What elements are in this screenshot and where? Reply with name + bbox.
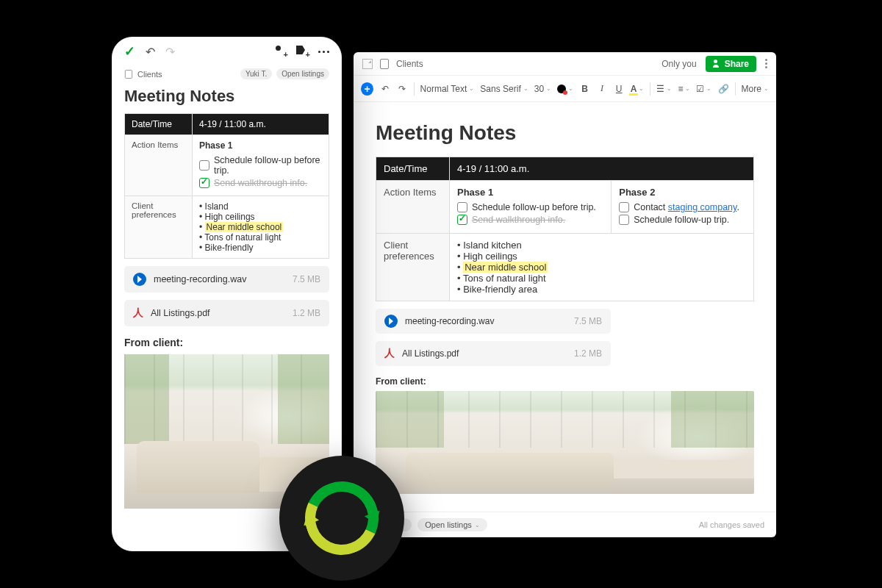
attachment-pdf[interactable]: 人 All Listings.pdf 1.2 MB <box>124 300 329 326</box>
desktop-note-window: Clients Only you Share + ↶ ↷ Normal Text… <box>354 52 776 537</box>
td-phase2[interactable]: Phase 2 Contact staging company. Schedul… <box>612 181 754 234</box>
th-prefs: Client preferences <box>376 234 450 301</box>
underline-icon[interactable]: U <box>614 83 625 95</box>
save-status: All changes saved <box>699 520 764 529</box>
td-prefs[interactable]: Island kitchen High ceilings Near middle… <box>450 234 754 301</box>
bold-icon[interactable]: B <box>579 83 590 95</box>
mobile-topbar: ✓ ↶ ↷ <box>112 37 341 65</box>
person-plus-icon <box>713 60 721 68</box>
task-text: Schedule follow-up trip. <box>634 215 729 225</box>
note-body[interactable]: Meeting Notes Date/Time 4-19 / 11:00 a.m… <box>354 102 776 512</box>
checkbox-checked[interactable] <box>457 215 467 225</box>
redo-icon[interactable]: ↷ <box>165 45 175 59</box>
more-menu-icon[interactable] <box>318 51 329 53</box>
attachment-audio[interactable]: meeting-recording.wav 7.5 MB <box>376 309 611 334</box>
bullet-list-icon: ☰ <box>656 84 664 94</box>
th-actions: Action Items <box>376 181 450 234</box>
checkbox[interactable] <box>619 215 629 225</box>
phase1-title: Phase 1 <box>457 187 603 198</box>
play-icon[interactable] <box>384 315 398 328</box>
td-phase1[interactable]: Phase 1 Schedule follow-up before trip. … <box>193 135 329 196</box>
numbered-list-icon: ≡ <box>678 84 683 94</box>
note-body[interactable]: Meeting Notes Date/Time 4-19 / 11:00 a.m… <box>112 87 341 509</box>
note-title[interactable]: Meeting Notes <box>376 121 754 145</box>
th-prefs: Client preferences <box>125 196 193 259</box>
undo-icon[interactable]: ↶ <box>146 45 155 59</box>
td-phase1[interactable]: Phase 1 Schedule follow-up before trip. … <box>450 181 612 234</box>
task-text-done: Send walkthrough info. <box>214 178 307 188</box>
attachment-audio[interactable]: meeting-recording.wav 7.5 MB <box>124 266 329 293</box>
checkbox[interactable] <box>457 202 467 212</box>
td-prefs[interactable]: Island High ceilings Near middle school … <box>193 196 329 259</box>
paragraph-style-dropdown[interactable]: Normal Text⌄ <box>420 84 475 94</box>
staging-link[interactable]: staging company <box>668 202 737 212</box>
pref-item: Island kitchen <box>457 240 746 251</box>
redo-icon[interactable]: ↷ <box>396 83 407 95</box>
attachment-size: 1.2 MB <box>574 348 602 359</box>
task-text: Contact staging company. <box>634 202 739 212</box>
attachment-size: 7.5 MB <box>293 274 320 284</box>
pref-item: Tons of natural light <box>199 232 322 243</box>
pdf-icon: 人 <box>384 347 395 360</box>
task-text: Schedule follow-up before trip. <box>472 202 596 212</box>
numbered-list-dropdown[interactable]: ≡⌄ <box>678 84 690 94</box>
checkbox-checked[interactable] <box>199 178 209 188</box>
done-icon[interactable]: ✓ <box>124 43 135 60</box>
notebook-icon[interactable] <box>125 70 132 79</box>
checkbox[interactable] <box>199 160 209 171</box>
attachment-filename: All Listings.pdf <box>151 308 210 318</box>
th-datetime: Date/Time <box>125 114 193 135</box>
highlight-icon: A <box>631 84 637 94</box>
tag-chip[interactable]: Yuki T. <box>240 68 272 79</box>
tag-chip[interactable]: Open listings⌄ <box>417 518 487 531</box>
attachment-pdf[interactable]: 人 All Listings.pdf 1.2 MB <box>376 341 611 366</box>
notebook-name[interactable]: Clients <box>396 59 423 69</box>
pref-item: Bike-friendly area <box>457 284 746 295</box>
pdf-icon: 人 <box>133 306 143 320</box>
share-label: Share <box>725 59 749 69</box>
bullet-list-dropdown[interactable]: ☰⌄ <box>656 84 672 94</box>
pref-item: Near middle school <box>199 222 322 232</box>
checkbox[interactable] <box>619 202 629 212</box>
desktop-footer: Yuki T.⌄ Open listings⌄ All changes save… <box>354 512 776 537</box>
from-client-heading: From client: <box>124 337 329 348</box>
attachment-filename: meeting-recording.wav <box>154 274 246 284</box>
share-person-icon[interactable] <box>274 46 286 57</box>
more-formatting-dropdown[interactable]: More⌄ <box>742 84 769 94</box>
checklist-icon: ☑ <box>696 84 704 94</box>
text-color-dropdown[interactable]: ⌄ <box>557 85 573 93</box>
visibility-label: Only you <box>662 59 696 69</box>
sync-badge <box>279 456 404 581</box>
attachment-filename: meeting-recording.wav <box>405 316 494 326</box>
undo-icon[interactable]: ↶ <box>379 83 390 95</box>
expand-icon[interactable] <box>362 59 373 69</box>
mobile-meta-row: Clients Yuki T. Open listings <box>112 65 341 84</box>
tag-chip[interactable]: Open listings <box>276 68 329 79</box>
note-title[interactable]: Meeting Notes <box>124 87 329 106</box>
pref-item: Tons of natural light <box>457 273 746 284</box>
from-client-heading: From client: <box>376 376 754 387</box>
share-button[interactable]: Share <box>706 56 756 72</box>
attachment-size: 7.5 MB <box>574 316 602 326</box>
notebook-icon[interactable] <box>380 59 389 69</box>
pref-item: High ceilings <box>457 251 746 262</box>
client-photo[interactable] <box>376 391 754 494</box>
notebook-name[interactable]: Clients <box>137 70 162 79</box>
meeting-table: Date/Time 4-19 / 11:00 a.m. Action Items… <box>124 113 329 259</box>
th-datetime: Date/Time <box>376 157 450 181</box>
pref-item: High ceilings <box>199 212 322 222</box>
more-menu-icon[interactable] <box>765 59 767 68</box>
pref-item: Bike-friendly <box>199 243 322 253</box>
italic-icon[interactable]: I <box>596 83 607 95</box>
checklist-dropdown[interactable]: ☑⌄ <box>696 84 711 94</box>
add-tag-icon[interactable] <box>296 46 308 57</box>
font-size-dropdown[interactable]: 30⌄ <box>534 84 551 94</box>
task-text-done: Send walkthrough info. <box>472 215 565 225</box>
task-text: Schedule follow-up before trip. <box>214 155 322 176</box>
desktop-topbar: Clients Only you Share <box>354 52 776 76</box>
play-icon[interactable] <box>133 273 146 286</box>
link-icon[interactable]: 🔗 <box>717 83 728 95</box>
font-family-dropdown[interactable]: Sans Serif⌄ <box>480 84 528 94</box>
highlight-dropdown[interactable]: A⌄ <box>631 84 645 94</box>
insert-button[interactable]: + <box>361 82 373 96</box>
